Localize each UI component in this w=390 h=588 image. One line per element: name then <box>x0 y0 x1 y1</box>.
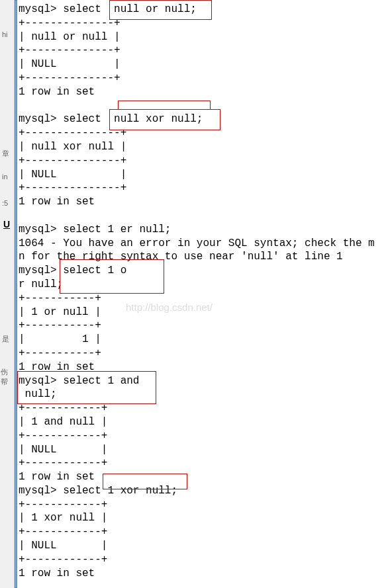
sidebar-label: 伤 <box>1 367 8 376</box>
terminal-output: mysql> select null or null; +-----------… <box>19 3 375 588</box>
sidebar: hi 章 in :5 U 是 伤 帮 <box>0 0 15 588</box>
sidebar-label: in <box>2 172 8 181</box>
sidebar-label: :5 <box>2 198 8 208</box>
sidebar-label: hi <box>2 30 8 39</box>
sidebar-underline-icon: U <box>3 218 10 230</box>
sidebar-label: 是 <box>2 334 9 343</box>
sidebar-label: 帮 <box>1 377 8 386</box>
sidebar-label: 章 <box>2 149 9 158</box>
vertical-scrollbar[interactable] <box>15 0 17 588</box>
